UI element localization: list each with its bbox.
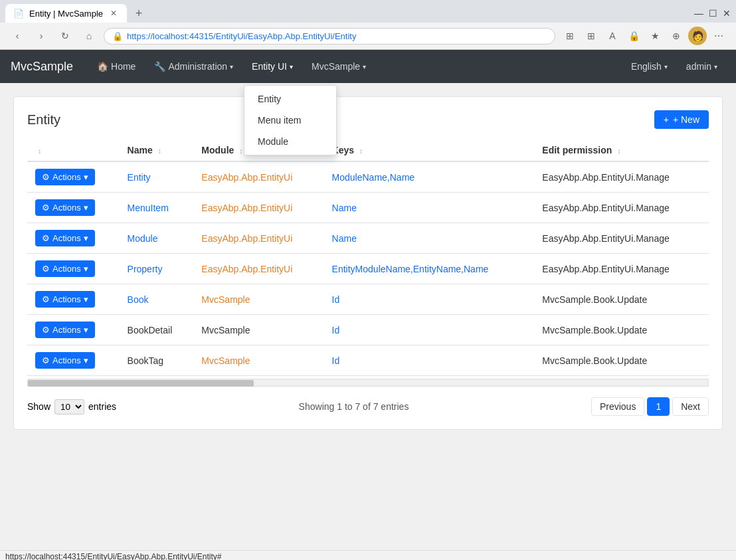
nav-item-language[interactable]: English ▾	[623, 52, 676, 81]
name-value[interactable]: Entity	[128, 172, 151, 183]
home-icon: 🏠	[97, 61, 108, 72]
keys-value[interactable]: Id	[332, 294, 340, 305]
reader-mode-button[interactable]: A	[603, 27, 622, 45]
caret-down-icon: ▾	[84, 264, 88, 274]
name-value[interactable]: MenuItem	[128, 203, 169, 213]
col-editperm[interactable]: Edit permission ↕	[534, 140, 709, 161]
favorites-button[interactable]: ★	[646, 27, 664, 45]
entity-table: ↕ Name ↕ Module ↕ Keys ↕ Edit permission…	[27, 140, 709, 376]
caret-down-icon: ▾	[84, 233, 88, 243]
address-bar[interactable]: 🔒 https://localhost:44315/EntityUi/EasyA…	[104, 28, 555, 45]
name-cell: BookDetail	[120, 315, 194, 345]
collections-button[interactable]: 🔒	[624, 27, 643, 45]
module-value[interactable]: EasyAbp.Abp.EntityUi	[201, 233, 292, 244]
nav-item-entityui[interactable]: Entity UI ▾	[244, 52, 301, 81]
actions-cell: ⚙ Actions ▾	[27, 345, 120, 376]
dropdown-item-entity[interactable]: Entity	[244, 88, 336, 110]
new-button[interactable]: + + New	[654, 110, 709, 129]
module-cell: MvcSample	[193, 345, 323, 376]
actions-button[interactable]: ⚙ Actions ▾	[35, 169, 95, 185]
keys-value[interactable]: EntityModuleName,EntityName,Name	[332, 264, 489, 274]
gear-icon: ⚙	[42, 355, 50, 365]
minimize-button[interactable]: —	[694, 8, 703, 19]
tab-search-button[interactable]: ⊞	[582, 27, 600, 45]
keys-cell: Id	[324, 315, 535, 345]
module-value: MvcSample	[201, 325, 250, 335]
col-keys[interactable]: Keys ↕	[324, 140, 535, 161]
title-bar: 📄 Entity | MvcSample ✕ + — ☐ ✕	[0, 0, 736, 23]
actions-button[interactable]: ⚙ Actions ▾	[35, 291, 95, 308]
table-scroll[interactable]: ↕ Name ↕ Module ↕ Keys ↕ Edit permission…	[27, 140, 709, 387]
editperm-cell: MvcSample.Book.Update	[534, 284, 709, 315]
tab-close-button[interactable]: ✕	[108, 8, 119, 19]
entries-select[interactable]: 10 25 50	[54, 399, 84, 415]
actions-cell: ⚙ Actions ▾	[27, 193, 120, 223]
col-name[interactable]: Name ↕	[120, 140, 194, 161]
caret-down-icon: ▾	[84, 294, 88, 304]
module-value[interactable]: EasyAbp.Abp.EntityUi	[201, 172, 292, 183]
forward-button[interactable]: ›	[32, 27, 50, 45]
actions-button[interactable]: ⚙ Actions ▾	[35, 322, 95, 338]
brand-logo[interactable]: MvcSample	[11, 60, 73, 74]
nav-item-administration[interactable]: 🔧 Administration ▾	[146, 52, 241, 81]
name-value[interactable]: Book	[128, 294, 149, 305]
name-value[interactable]: Property	[128, 264, 163, 274]
dropdown-item-menuitem[interactable]: Menu item	[244, 110, 336, 131]
dropdown-item-module[interactable]: Module	[244, 131, 336, 152]
previous-button[interactable]: Previous	[591, 397, 644, 416]
nav-item-home[interactable]: 🏠 Home	[89, 52, 143, 81]
name-value[interactable]: Module	[128, 233, 158, 244]
nav-item-mvcsample[interactable]: MvcSample ▾	[304, 52, 374, 81]
editperm-value: EasyAbp.Abp.EntityUi.Manage	[542, 203, 669, 213]
nav-item-entityui-wrap: Entity UI ▾ Entity Menu item Module	[244, 52, 301, 81]
name-cell: Module	[120, 223, 194, 254]
page-1-button[interactable]: 1	[647, 397, 670, 416]
gear-icon: ⚙	[42, 264, 50, 274]
scrollbar-thumb[interactable]	[28, 380, 254, 387]
nav-item-admin[interactable]: admin ▾	[678, 52, 725, 81]
close-button[interactable]: ✕	[723, 8, 731, 19]
back-button[interactable]: ‹	[8, 27, 27, 45]
status-bar: https://localhost:44315/EntityUi/EasyAbp…	[0, 550, 736, 560]
table-row: ⚙ Actions ▾BookMvcSampleIdMvcSample.Book…	[27, 284, 709, 315]
actions-button[interactable]: ⚙ Actions ▾	[35, 260, 95, 277]
url-display: https://localhost:44315/EntityUi/EasyAbp…	[127, 31, 547, 41]
caret-down-icon: ▾	[84, 172, 88, 182]
module-value[interactable]: EasyAbp.Abp.EntityUi	[201, 203, 292, 213]
keys-value[interactable]: Id	[332, 355, 340, 366]
keys-value[interactable]: Name	[332, 203, 357, 213]
horizontal-scrollbar[interactable]	[27, 379, 709, 387]
editperm-value: EasyAbp.Abp.EntityUi.Manage	[542, 233, 669, 244]
gear-icon: ⚙	[42, 233, 50, 243]
keys-value[interactable]: Id	[332, 325, 340, 335]
keys-value[interactable]: Name	[332, 233, 357, 244]
next-button[interactable]: Next	[672, 397, 709, 416]
keys-value[interactable]: ModuleName,Name	[332, 172, 415, 183]
actions-button[interactable]: ⚙ Actions ▾	[35, 199, 95, 216]
account-button[interactable]: 🧑	[688, 27, 707, 45]
name-cell: Book	[120, 284, 194, 315]
caret-down-icon: ▾	[84, 203, 88, 213]
home-button[interactable]: ⌂	[80, 27, 98, 45]
entityui-dropdown: Entity Menu item Module	[244, 85, 337, 155]
cast-button[interactable]: ⊞	[561, 27, 579, 45]
module-value[interactable]: EasyAbp.Abp.EntityUi	[201, 264, 292, 274]
more-button[interactable]: ⋯	[709, 27, 728, 45]
showing-text: Showing 1 to 7 of 7 entries	[299, 401, 409, 412]
table-header: ↕ Name ↕ Module ↕ Keys ↕ Edit permission…	[27, 140, 709, 161]
module-value[interactable]: MvcSample	[201, 294, 250, 305]
tab-title: Entity | MvcSample	[29, 9, 103, 19]
extensions-button[interactable]: ⊕	[667, 27, 686, 45]
new-tab-button[interactable]: +	[130, 4, 148, 23]
actions-button[interactable]: ⚙ Actions ▾	[35, 230, 95, 246]
actions-button[interactable]: ⚙ Actions ▾	[35, 352, 95, 369]
editperm-cell: MvcSample.Book.Update	[534, 315, 709, 345]
module-value[interactable]: MvcSample	[201, 355, 250, 366]
maximize-button[interactable]: ☐	[709, 8, 717, 19]
keys-cell: ModuleName,Name	[324, 161, 535, 193]
refresh-button[interactable]: ↻	[56, 27, 74, 45]
browser-tab[interactable]: 📄 Entity | MvcSample ✕	[5, 4, 127, 23]
sort-icon: ↕	[38, 147, 42, 155]
module-cell: EasyAbp.Abp.EntityUi	[193, 254, 323, 284]
module-cell: MvcSample	[193, 315, 323, 345]
